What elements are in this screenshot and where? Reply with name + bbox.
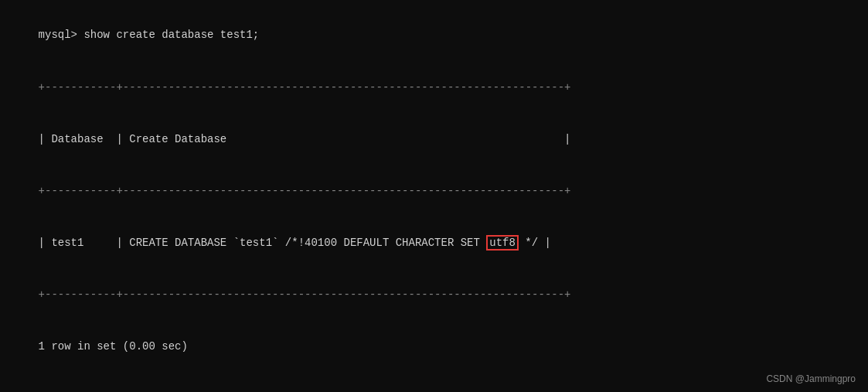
data-row-utf8: | test1 | CREATE DATABASE `test1` /*!401… (12, 217, 856, 269)
sep-text-1: +-----------+---------------------------… (39, 81, 571, 94)
data-before-utf8: | test1 | CREATE DATABASE `test1` /*!401… (39, 237, 487, 249)
watermark-text: CSDN @Jammingpro (766, 373, 856, 384)
terminal-window: mysql> show create database test1; +----… (0, 0, 868, 392)
blank-line-1 (12, 373, 856, 390)
separator-3: +-----------+---------------------------… (12, 269, 856, 321)
header-text-1: | Database | Create Database | (39, 133, 571, 145)
prompt-text-1: mysql> show create database test1; (39, 29, 260, 41)
command-line-1: mysql> show create database test1; (12, 9, 856, 61)
watermark: CSDN @Jammingpro (766, 373, 856, 384)
sep-text-2: +-----------+---------------------------… (39, 185, 571, 197)
separator-1: +-----------+---------------------------… (12, 61, 856, 113)
table-header-1: | Database | Create Database | (12, 113, 856, 165)
sep-text-3: +-----------+---------------------------… (39, 288, 571, 301)
data-after-utf8: */ | (519, 237, 551, 249)
result-text-1: 1 row in set (0.00 sec) (39, 340, 188, 353)
separator-2: +-----------+---------------------------… (12, 165, 856, 217)
result-line-1: 1 row in set (0.00 sec) (12, 321, 856, 373)
charset-highlight-utf8: utf8 (486, 235, 519, 251)
